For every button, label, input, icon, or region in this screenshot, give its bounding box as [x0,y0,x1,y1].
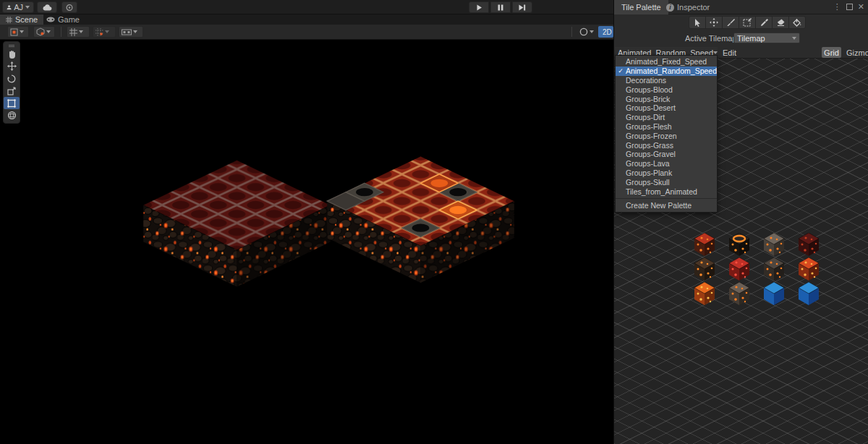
chevron-down-icon [105,30,109,33]
palette-tool-group [689,16,806,29]
palette-dropdown-item[interactable]: ✓ Animated_Random_Speed [616,67,717,76]
palette-dropdown-item[interactable]: ✓ Groups-Grass [616,140,717,150]
palette-dropdown-item-label: Animated_Fixed_Speed [626,57,707,66]
palette-tile-gray-lava-veins[interactable] [764,257,784,281]
move-selection-button[interactable] [705,16,723,29]
grid-axis-icon [69,28,77,36]
transform-icon [7,111,17,120]
create-new-palette-item[interactable]: ✓Create New Palette [616,201,717,210]
cloud-icon [43,4,52,11]
palette-dropdown-item-label: Groups-Brick [626,95,670,103]
chevron-down-icon [792,37,796,40]
grid-snap-icon [95,28,103,36]
tab-inspector-label: Inspector [677,3,710,12]
tab-game-label: Game [58,15,80,24]
palette-dropdown-item[interactable]: ✓ Groups-Lava [616,159,717,168]
palette-dropdown-item-label: Groups-Lava [626,159,670,168]
chevron-down-icon [590,30,594,33]
transform-tool-button[interactable] [4,109,20,121]
palette-dropdown-item[interactable]: ✓ Groups-Flesh [616,122,717,132]
mode-2d-label: 2D [603,28,612,36]
palette-tile-blue-cube-1[interactable] [764,282,784,305]
right-lava-platform [327,156,514,283]
pause-icon [498,4,503,11]
palette-dropdown-item-label: Groups-Gravel [626,150,676,158]
maximize-icon[interactable] [846,4,853,10]
grid-axis-button[interactable] [67,26,90,38]
gizmos-visibility-button[interactable] [576,26,598,38]
unity-editor-window: AJ [0,0,868,444]
palette-dropdown-item[interactable]: ✓ Decorations [616,76,717,85]
palette-dropdown-item-label: Decorations [626,76,666,85]
user-avatar-icon [7,4,12,11]
eraser-button[interactable] [772,16,789,29]
cloud-services-button[interactable] [37,1,57,13]
palette-dropdown-item[interactable]: ✓ Tiles_from_Animated [616,187,717,196]
palette-tile-stone-cracks[interactable] [764,233,784,256]
rotate-tool-button[interactable] [4,72,20,85]
palette-tile-gray-cobble[interactable] [729,282,749,305]
active-tilemap-label: Active Tilemap [685,34,737,43]
draw-mode-button[interactable] [7,26,29,38]
tab-game[interactable]: Game [41,14,85,25]
palette-tile-orange-lava-rock[interactable] [799,257,819,281]
palette-dropdown-item-label: Groups-Skull [626,178,670,187]
chevron-down-icon [20,30,24,33]
palette-tile-orange-pebbles[interactable] [694,282,715,305]
move-icon [7,61,17,71]
picker-button[interactable] [755,16,773,29]
palette-dropdown-item-label: Groups-Grass [626,141,673,150]
hand-tool-button[interactable] [4,48,20,60]
gizmos-toggle-button[interactable]: Gizmos [843,47,868,58]
palette-tile-lava-cobble-bright[interactable] [694,233,715,256]
grid-toggle-button[interactable]: Grid [822,47,841,58]
cursor-icon [694,19,701,27]
gizmo-sphere-icon [579,27,588,36]
palette-tile-crimson-brick[interactable] [729,257,749,281]
tab-inspector[interactable]: i Inspector [659,0,717,14]
scale-tool-button[interactable] [4,85,20,97]
active-tilemap-dropdown[interactable]: Tilemap [733,33,800,43]
palette-tile-blue-cube-2[interactable] [799,282,819,305]
move-tool-button[interactable] [4,60,20,72]
palette-dropdown-item[interactable]: ✓ Groups-Frozen [616,131,717,140]
edit-palette-button[interactable]: Edit [720,47,739,58]
box-fill-button[interactable] [739,16,756,29]
move-icon [710,18,718,27]
palette-dropdown-item[interactable]: ✓ Groups-Desert [616,103,717,113]
tool-settings-button[interactable] [119,26,143,38]
scene-viewport[interactable] [0,40,613,444]
palette-dropdown-item[interactable]: ✓ Groups-Skull [616,177,717,187]
palette-dropdown-item[interactable]: ✓ Groups-Dirt [616,113,717,122]
kebab-menu-icon[interactable]: ⋮ [833,2,841,12]
render-mode-button[interactable] [33,26,55,38]
rect-tool-button[interactable] [4,97,20,109]
grid-label: Grid [824,48,839,57]
edit-label: Edit [723,48,736,57]
palette-dropdown-item[interactable]: ✓ Groups-Plank [616,168,717,178]
close-icon[interactable]: ✕ [858,2,864,12]
palette-dropdown-item[interactable]: ✓ Groups-Brick [616,94,717,103]
play-icon [476,4,482,11]
tab-scene[interactable]: Scene [0,14,43,25]
paint-brush-button[interactable] [722,16,739,29]
play-button[interactable] [469,1,489,13]
palette-dropdown-item[interactable]: ✓ Groups-Gravel [616,150,717,159]
palette-dropdown-item[interactable]: ✓ Animated_Fixed_Speed [616,57,717,67]
palette-dropdown-item-label: Groups-Flesh [626,122,672,131]
eraser-icon [777,19,785,26]
palette-tile-obsidian-ring[interactable] [729,233,749,256]
palette-dropdown-item[interactable]: ✓ Groups-Blood [616,85,717,94]
palette-tile-dark-maroon[interactable] [799,233,819,256]
grid-snap-button[interactable] [93,26,116,38]
mode-2d-toggle[interactable]: 2D [598,26,613,38]
palette-tile-dark-ember[interactable] [694,257,715,281]
version-control-button[interactable] [61,1,77,13]
pause-button[interactable] [490,1,511,13]
account-dropdown-button[interactable]: AJ [2,1,34,13]
active-tilemap-value: Tilemap [737,34,765,43]
play-controls [469,1,532,13]
select-tool-button[interactable] [689,16,706,29]
step-button[interactable] [512,1,532,13]
fill-bucket-button[interactable] [788,16,806,29]
